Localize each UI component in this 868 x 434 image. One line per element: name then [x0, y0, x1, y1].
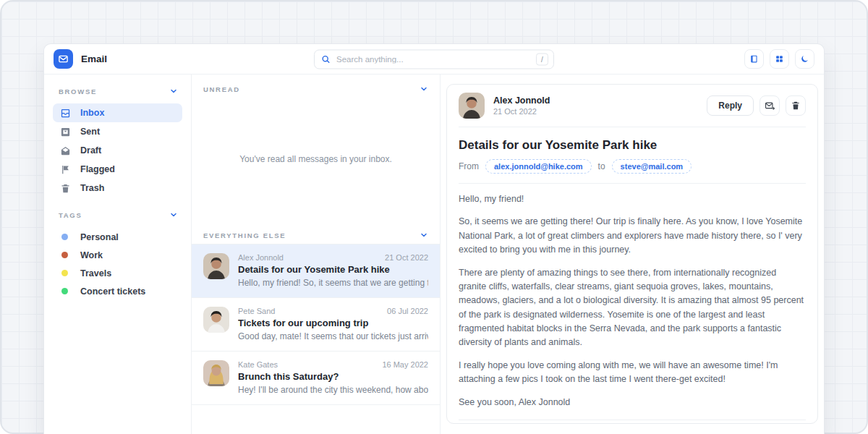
library-button[interactable] [744, 49, 764, 69]
mail-sender: Kate Gates [238, 360, 278, 369]
avatar [459, 93, 485, 119]
mail-list-item-pete[interactable]: Pete Sand 06 Jul 2022 Tickets for our up… [192, 297, 440, 351]
sidebar-item-label: Inbox [80, 108, 104, 118]
sidebar-item-label: Sent [80, 127, 100, 137]
body-paragraph: I really hope you love coming along with… [459, 359, 806, 387]
body-paragraph: So, it seems we are getting there! Our t… [459, 215, 806, 257]
sent-icon [60, 127, 71, 137]
mail-date: 21 Oct 2022 [385, 253, 428, 262]
dark-mode-button[interactable] [795, 49, 814, 69]
avatar [203, 253, 229, 279]
tag-dot [61, 234, 68, 240]
unread-collapse-button[interactable] [420, 85, 428, 93]
reply-button[interactable]: Reply [707, 95, 754, 116]
message-detail-column: Alex Jonnold 21 Oct 2022 Reply [441, 75, 824, 434]
trash-icon [791, 101, 801, 111]
mail-subject: Brunch this Saturday? [238, 371, 428, 382]
grid-icon [775, 54, 784, 64]
sidebar: BROWSE Inbox [44, 75, 192, 434]
flag-icon [60, 164, 71, 175]
email-logo-icon [54, 49, 73, 69]
tags-collapse-button[interactable] [169, 210, 178, 219]
sidebar-item-draft[interactable]: Draft [53, 141, 182, 160]
tags-list: Personal Work Travels Concert tickets [53, 228, 182, 300]
tag-item-personal[interactable]: Personal [53, 228, 182, 246]
forward-button[interactable] [760, 95, 780, 116]
detail-date: 21 Oct 2022 [493, 107, 550, 116]
draft-icon [60, 145, 71, 156]
unread-empty-state: You've read all messages in your inbox. [192, 98, 440, 221]
mail-list-item-kate[interactable]: Kate Gates 16 May 2022 Brunch this Satur… [192, 351, 440, 405]
chevron-down-icon [420, 231, 428, 239]
brand: Email [54, 49, 107, 69]
mail-subject: Details for our Yosemite Park hike [238, 264, 428, 275]
sidebar-item-trash[interactable]: Trash [53, 179, 182, 197]
mail-summary: Alex Jonnold 21 Oct 2022 Details for our… [238, 253, 428, 288]
mail-date: 16 May 2022 [382, 360, 428, 369]
sidebar-item-inbox[interactable]: Inbox [53, 103, 182, 122]
moon-icon [800, 54, 809, 64]
chevron-down-icon [169, 210, 178, 219]
mail-preview: Hello, my friend! So, it seems that we a… [238, 278, 428, 288]
topbar-actions [744, 49, 814, 69]
sidebar-item-label: Trash [80, 183, 104, 193]
sidebar-item-sent[interactable]: Sent [53, 122, 182, 141]
tag-item-travels[interactable]: Travels [53, 264, 182, 282]
message-list-column: UNREAD You've read all messages in your … [192, 75, 441, 434]
tag-item-concert-tickets[interactable]: Concert tickets [53, 282, 182, 300]
to-email-chip[interactable]: steve@mail.com [612, 159, 692, 174]
from-to-row: From alex.jonnold@hike.com to steve@mail… [459, 159, 806, 184]
from-label: From [459, 161, 479, 171]
everything-else-section-header: EVERYTHING ELSE [192, 221, 440, 244]
browse-section-header: BROWSE [53, 84, 182, 98]
book-icon [749, 54, 759, 64]
tag-label: Work [80, 250, 103, 260]
mail-sender: Pete Sand [238, 307, 275, 315]
body-paragraph: There are plenty of amazing things to se… [459, 266, 806, 350]
body-paragraph: See you soon, Alex Jonnold [459, 396, 806, 409]
unread-section-header: UNREAD [192, 75, 440, 98]
mail-date: 06 Jul 2022 [387, 307, 428, 315]
tag-label: Personal [80, 232, 119, 242]
mail-list-item-alex[interactable]: Alex Jonnold 21 Oct 2022 Details for our… [192, 244, 440, 297]
detail-subject: Details for our Yosemite Park hike [459, 138, 806, 153]
message-detail-card: Alex Jonnold 21 Oct 2022 Reply [446, 84, 818, 424]
search-bar[interactable]: / [314, 49, 554, 69]
tag-label: Travels [80, 268, 111, 278]
avatar [203, 360, 229, 386]
chevron-down-icon [169, 87, 178, 95]
unread-title: UNREAD [203, 85, 240, 93]
apps-grid-button[interactable] [770, 49, 789, 69]
mail-summary: Kate Gates 16 May 2022 Brunch this Satur… [238, 360, 428, 395]
main-area: BROWSE Inbox [44, 75, 824, 434]
from-email-chip[interactable]: alex.jonnold@hike.com [485, 159, 592, 174]
email-app-window: Email / [43, 43, 825, 434]
search-shortcut-badge: / [536, 53, 548, 65]
sidebar-item-label: Flagged [80, 164, 115, 174]
sidebar-item-flagged[interactable]: Flagged [53, 160, 182, 179]
body-paragraph: Hello, my friend! [459, 192, 806, 206]
envelope-forward-icon [765, 101, 775, 111]
tag-dot [61, 288, 68, 294]
detail-header: Alex Jonnold 21 Oct 2022 Reply [459, 85, 806, 127]
tags-section-header: TAGS [53, 208, 182, 222]
inbox-icon [60, 108, 71, 119]
search-input[interactable] [336, 55, 530, 64]
everything-else-collapse-button[interactable] [420, 231, 428, 239]
mail-sender: Alex Jonnold [238, 253, 284, 262]
browse-nav: Inbox Sent Draft [53, 103, 182, 197]
browse-collapse-button[interactable] [169, 87, 178, 95]
detail-actions: Reply [707, 95, 806, 116]
detail-sender-name: Alex Jonnold [493, 95, 550, 106]
tag-dot [61, 252, 68, 258]
delete-button[interactable] [786, 95, 806, 116]
screenshot-stage: Email / [0, 0, 868, 434]
to-label: to [598, 161, 605, 171]
mail-summary: Pete Sand 06 Jul 2022 Tickets for our up… [238, 307, 428, 341]
tag-label: Concert tickets [80, 286, 145, 297]
tag-item-work[interactable]: Work [53, 246, 182, 264]
mail-preview: Hey! I'll be around the city this weeken… [238, 385, 428, 395]
top-bar: Email / [44, 44, 824, 75]
mail-preview: Good day, mate! It seems that our ticket… [238, 331, 428, 341]
trash-icon [60, 183, 71, 194]
